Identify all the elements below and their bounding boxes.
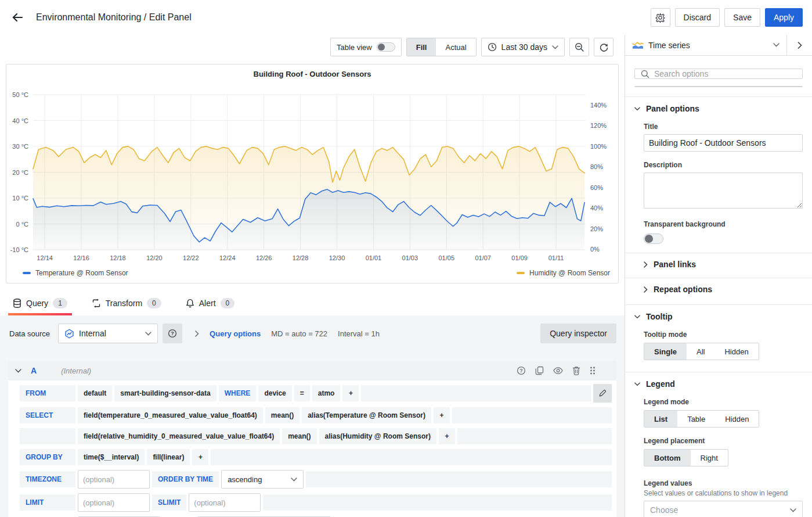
chevron-down-icon [634,382,640,386]
query-part-chip[interactable]: mean() [265,407,299,423]
chevron-right-icon[interactable] [195,331,199,337]
legend-placement-bottom[interactable]: Bottom [644,450,691,466]
datasource-icon [64,329,74,339]
collapse-chevron-icon[interactable] [15,369,21,373]
tooltip-mode-hidden[interactable]: Hidden [714,343,758,360]
tooltip-mode-single[interactable]: Single [644,343,687,360]
query-part-chip[interactable]: field(temperature_0_measured_value_value… [78,407,263,423]
legend-item-temperature[interactable]: Temperature @ Room Sensor [23,269,128,277]
svg-text:80%: 80% [590,163,603,170]
query-part-chip[interactable]: = [294,385,310,401]
query-help-icon[interactable]: ? [517,366,526,375]
drag-handle-icon[interactable] [590,366,596,375]
duplicate-query-icon[interactable] [535,366,544,375]
hide-query-icon[interactable] [553,367,563,374]
legend-mode-list[interactable]: List [644,411,677,427]
svg-text:?: ? [171,331,174,336]
keyword-limit: LIMIT [20,494,75,511]
edit-query-button[interactable] [593,384,612,403]
query-options-link[interactable]: Query options [210,329,261,338]
legend-values-select[interactable]: Choose [644,501,803,517]
add-part-button[interactable]: + [342,385,359,401]
fill-option[interactable]: Fill [407,38,436,56]
svg-text:0%: 0% [590,246,600,253]
refresh-button[interactable] [594,38,613,56]
legend-label-temperature: Temperature @ Room Sensor [35,269,128,277]
tab-query[interactable]: Query 1 [8,293,72,315]
refresh-icon [599,42,609,52]
query-part-chip[interactable]: time($__interval) [78,449,145,465]
repeat-options-section[interactable]: Repeat options [625,278,812,294]
legend-placement-label: Legend placement [644,437,803,445]
panel-options-header[interactable]: Panel options [634,104,803,113]
clock-icon [488,42,497,52]
query-part-chip[interactable]: alias(Temperature @ Room Sensor) [302,407,431,423]
viz-type-picker[interactable]: Time series [625,35,786,55]
query-rows: FROMdefaultsmart-building-sensor-dataWHE… [8,380,616,517]
query-datasource-name: (Internal) [61,367,91,375]
transparent-background-toggle[interactable] [644,234,663,244]
timeseries-chart[interactable]: 50 °C40 °C30 °C20 °C10 °C0 °C-10 °C140%1… [6,81,613,268]
panel-title-input[interactable] [644,134,803,152]
panel-settings-button[interactable] [651,8,670,27]
datasource-help-button[interactable]: ? [163,324,182,343]
query-text-input[interactable] [78,493,150,512]
tab-query-count: 1 [53,298,67,308]
legend-mode-field: Legend mode List Table Hidden [644,398,803,428]
add-part-button[interactable]: + [439,428,455,444]
query-part-chip[interactable]: default [78,385,112,401]
time-range-picker[interactable]: Last 30 days [481,38,565,56]
zoom-out-button[interactable] [569,38,589,56]
query-text-input[interactable] [189,493,261,512]
datasource-picker[interactable]: Internal [58,324,158,343]
panel-links-section[interactable]: Panel links [625,253,812,269]
query-part-chip[interactable]: alias(Humidity @ Room Sensor) [319,428,436,444]
query-inspector-button[interactable]: Query inspector [540,324,616,343]
back-button[interactable] [9,9,26,26]
tooltip-mode-all[interactable]: All [687,343,714,360]
legend-item-humidity[interactable]: Humidity @ Room Sensor [517,269,610,277]
query-part-chip[interactable]: smart-building-sensor-data [114,385,216,401]
query-text-input[interactable] [78,470,150,489]
actual-option[interactable]: Actual [436,38,475,56]
chevron-down-icon [634,107,640,111]
angle-right-icon [797,42,802,49]
query-part-chip[interactable]: fill(linear) [147,449,190,465]
apply-button[interactable]: Apply [765,8,803,27]
query-part-chip[interactable]: field(relative_humidity_0_measured_value… [78,428,280,444]
svg-text:30 °C: 30 °C [12,143,28,150]
tab-alert[interactable]: Alert 0 [181,293,239,315]
legend-section: Legend Legend mode List Table Hidden Leg… [625,372,812,517]
legend-header[interactable]: Legend [634,379,803,389]
query-part-chip[interactable]: mean() [282,428,316,444]
keyword-where: WHERE [219,385,257,401]
svg-text:-10 °C: -10 °C [10,246,28,253]
table-view-toggle[interactable] [377,42,395,52]
add-part-button[interactable]: + [434,407,450,423]
delete-query-icon[interactable] [572,366,580,375]
panel-description-input[interactable] [644,173,803,209]
add-part-button[interactable]: + [192,449,208,465]
save-button[interactable]: Save [724,8,760,27]
tooltip-header[interactable]: Tooltip [634,312,803,321]
chevron-down-icon [773,43,779,47]
options-sidebar: Time series All Overrides Panel [625,35,812,517]
query-select[interactable]: ascending [221,470,304,489]
svg-text:20%: 20% [590,225,603,232]
legend-mode-hidden[interactable]: Hidden [715,411,759,427]
legend-mode-table[interactable]: Table [677,411,715,427]
query-card: A (Internal) ? FROMdefaultsmart-building… [8,361,616,517]
main-column: Table view Fill Actual Last 30 days [0,35,625,517]
tab-query-label: Query [26,299,48,308]
options-search [634,69,803,79]
legend-placement-right[interactable]: Right [691,450,728,466]
query-part-chip[interactable]: atmo [312,385,341,401]
legend-label-humidity: Humidity @ Room Sensor [529,269,610,277]
discard-button[interactable]: Discard [675,8,720,27]
search-icon [641,70,649,78]
query-part-chip[interactable]: device [258,385,291,401]
tab-transform[interactable]: Transform 0 [87,293,166,315]
query-ref-letter[interactable]: A [31,366,37,375]
collapse-pane-button[interactable] [786,35,812,55]
options-search-input[interactable] [654,69,796,78]
